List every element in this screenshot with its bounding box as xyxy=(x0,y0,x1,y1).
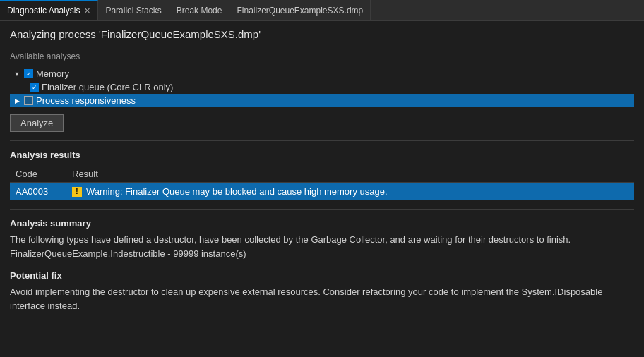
tab-parallel-label: Parallel Stacks xyxy=(105,6,161,16)
process-responsiveness-chevron-icon: ▶ xyxy=(13,97,21,105)
available-analyses-label: Available analyses xyxy=(10,52,634,61)
finalizer-label: Finalizer queue (Core CLR only) xyxy=(42,82,173,92)
summary-text-2: FinalizerQueueExample.Indestructible - 9… xyxy=(10,248,246,259)
divider-2 xyxy=(10,209,634,210)
divider-1 xyxy=(10,140,634,141)
potential-fix-title: Potential fix xyxy=(10,270,634,281)
memory-label: Memory xyxy=(36,68,69,79)
tab-breakmode[interactable]: Break Mode xyxy=(169,0,230,20)
results-table: Code Result AA0003 ! Warning: Finalizer … xyxy=(10,166,634,200)
tab-parallel[interactable]: Parallel Stacks xyxy=(98,0,169,20)
analyze-button[interactable]: Analyze xyxy=(10,114,64,132)
summary-text: The following types have defined a destr… xyxy=(10,233,634,260)
result-message: Warning: Finalizer Queue may be blocked … xyxy=(86,186,388,197)
tree-row-memory[interactable]: ▼ ✓ Memory xyxy=(10,67,634,80)
col-result: Result xyxy=(66,166,634,183)
tab-bar: Diagnostic Analysis ✕ Parallel Stacks Br… xyxy=(0,0,644,21)
result-text: ! Warning: Finalizer Queue may be blocke… xyxy=(66,183,634,201)
tab-dmpfile[interactable]: FinalizerQueueExampleSXS.dmp xyxy=(229,0,371,20)
tab-diagnostic[interactable]: Diagnostic Analysis ✕ xyxy=(0,0,98,20)
tab-breakmode-label: Break Mode xyxy=(177,6,222,16)
summary-title: Analysis summary xyxy=(10,218,634,229)
memory-chevron-icon: ▼ xyxy=(13,70,21,78)
main-content: Analyzing process 'FinalizerQueueExample… xyxy=(0,21,644,357)
result-code: AA0003 xyxy=(10,183,66,201)
memory-checkbox[interactable]: ✓ xyxy=(24,69,33,78)
page-title: Analyzing process 'FinalizerQueueExample… xyxy=(10,28,634,40)
warning-icon: ! xyxy=(72,187,82,197)
tab-close-icon[interactable]: ✕ xyxy=(84,6,90,16)
summary-text-1: The following types have defined a destr… xyxy=(10,234,571,245)
tree-row-finalizer-queue[interactable]: ✓ Finalizer queue (Core CLR only) xyxy=(10,80,634,94)
col-code: Code xyxy=(10,166,66,183)
results-title: Analysis results xyxy=(10,150,634,160)
tree-row-process-responsiveness[interactable]: ▶ Process responsiveness xyxy=(10,94,634,107)
table-row[interactable]: AA0003 ! Warning: Finalizer Queue may be… xyxy=(10,183,634,201)
potential-fix-text: Avoid implementing the destructor to cle… xyxy=(10,285,634,313)
finalizer-checkbox[interactable]: ✓ xyxy=(30,83,39,92)
process-responsiveness-checkbox[interactable] xyxy=(24,96,33,105)
process-responsiveness-label: Process responsiveness xyxy=(36,95,136,106)
results-table-header: Code Result xyxy=(10,166,634,183)
tab-diagnostic-label: Diagnostic Analysis xyxy=(7,6,80,16)
tab-dmpfile-label: FinalizerQueueExampleSXS.dmp xyxy=(237,6,363,16)
